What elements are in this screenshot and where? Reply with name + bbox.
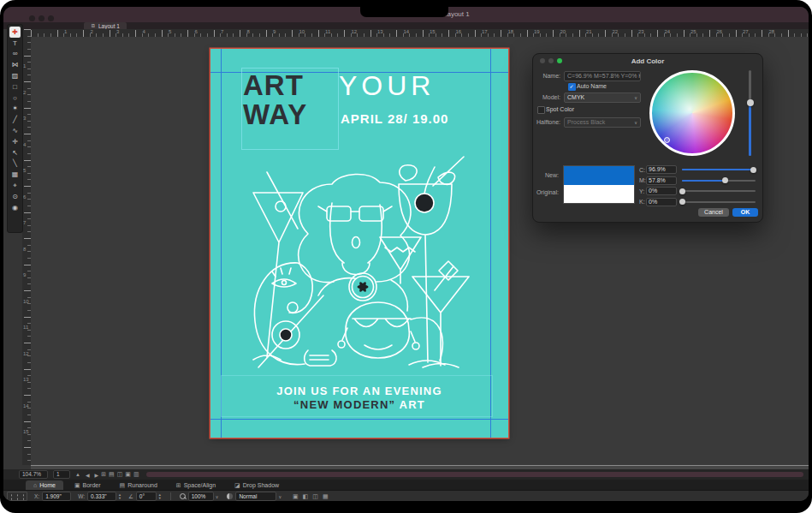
view-mode-icon[interactable]: ◫ (117, 471, 123, 478)
poster-page[interactable]: ART YOUR WAY APRIL 28/ 19.00 (210, 49, 508, 438)
channel-slider-handle[interactable] (679, 199, 685, 205)
measure-option-icon[interactable]: ▦ (323, 493, 329, 500)
angle-field[interactable]: 0° (136, 492, 157, 501)
halftone-value: Process Black (567, 119, 605, 125)
document-tab[interactable]: 🗎 Layout 1 (84, 22, 127, 29)
model-dropdown[interactable]: CMYK∨ (564, 92, 641, 103)
palette-tab[interactable]: ⌂ Home (26, 480, 63, 490)
tool-button[interactable]: ↖ (9, 147, 21, 158)
reference-point-proxy[interactable] (7, 492, 27, 501)
measure-icons-group: ▣◧◫▦ (288, 493, 329, 500)
angle-stepper[interactable]: ▲▼ (158, 493, 162, 499)
tool-button[interactable]: ∞ (9, 49, 21, 60)
channel-value-field[interactable]: 57.8% (646, 176, 677, 185)
tool-button[interactable]: T (9, 38, 21, 49)
color-wheel[interactable] (649, 70, 735, 156)
ruler-number: 15 (430, 29, 436, 34)
tool-button[interactable]: ◉ (9, 202, 21, 213)
page-popup-icon[interactable]: ▲ (75, 472, 80, 477)
tool-button[interactable]: ✶ (9, 104, 21, 115)
poster-illustration[interactable] (216, 152, 503, 376)
measure-option-icon[interactable]: ◫ (312, 493, 318, 500)
halftone-dropdown[interactable]: Process Black∨ (564, 117, 641, 128)
chevron-down-icon[interactable]: ∨ (216, 494, 219, 499)
ruler-number: 9 (23, 272, 26, 277)
tool-button[interactable]: ⊙ (9, 191, 21, 202)
window-controls[interactable] (29, 15, 54, 21)
poster-subtitle[interactable]: APRIL 28/ 19.00 (341, 112, 448, 125)
channel-slider[interactable] (682, 169, 756, 170)
view-zoom-field[interactable]: 104.7% (19, 470, 48, 479)
channel-value-field[interactable]: 0% (646, 187, 677, 195)
channel-slider-handle[interactable] (722, 177, 728, 183)
previous-page-icon[interactable]: ◀ (86, 472, 90, 478)
page-number-field[interactable]: 1 (53, 470, 70, 479)
tool-button[interactable]: ✚ (9, 27, 21, 38)
tool-button[interactable]: ▦ (9, 169, 21, 180)
horizontal-scrollbar-thumb[interactable] (146, 472, 803, 477)
tool-button[interactable]: ⋈ (9, 59, 21, 70)
tool-icon: ╲ (13, 159, 17, 167)
tool-button[interactable]: ○ (9, 92, 21, 104)
view-mode-icon[interactable]: ▤ (109, 471, 115, 478)
w-field[interactable]: 0.333" (87, 492, 116, 501)
tool-button[interactable]: ╲ (9, 158, 21, 170)
color-wheel-marker[interactable] (664, 137, 670, 143)
channel-value-field[interactable]: 96.9% (646, 165, 677, 174)
view-icons-group: ⊞▤◫▣▥ (98, 471, 139, 478)
poster-footer-line1[interactable]: JOIN US FOR AN EVENING (210, 385, 508, 397)
name-input[interactable]: C=96.9% M=57.8% Y=0% K=0% (564, 71, 641, 81)
measure-option-icon[interactable]: ◧ (303, 493, 309, 500)
channel-value-field[interactable]: 0% (646, 198, 677, 206)
channel-slider[interactable] (682, 180, 756, 182)
view-mode-icon[interactable]: ▣ (125, 471, 131, 478)
minimize-window-icon[interactable] (39, 15, 44, 21)
tool-button[interactable]: ✛ (9, 136, 21, 147)
channel-label: C: (639, 167, 646, 173)
palette-tab[interactable]: ◪ Drop Shadow (227, 480, 287, 490)
camera-notch (360, 7, 448, 17)
palette-tab[interactable]: ▣ Border (67, 480, 109, 490)
poster-footer-line2[interactable]: “NEW MODERN” ART (210, 398, 508, 411)
close-window-icon[interactable] (29, 15, 35, 21)
poster-title-way[interactable]: WAY (243, 100, 307, 128)
tool-icon: ↖ (12, 149, 18, 157)
palette-tab[interactable]: ▤ Runaround (112, 480, 165, 490)
chevron-down-icon[interactable]: ∨ (278, 494, 282, 499)
tool-icon: ⌖ (13, 182, 17, 190)
tool-button[interactable]: ⌖ (9, 180, 21, 191)
scale-dropdown[interactable]: 100% (188, 492, 214, 501)
palette-tab[interactable]: ⊞ Space/Align (169, 480, 223, 490)
document-tab-label: Layout 1 (98, 23, 120, 29)
brightness-slider[interactable] (749, 70, 751, 156)
blend-mode-dropdown[interactable]: Normal (235, 492, 276, 501)
cancel-button[interactable]: Cancel (698, 208, 729, 217)
spot-color-checkbox[interactable] (537, 106, 545, 114)
size-stepper[interactable]: ▲▼ (118, 493, 122, 499)
measure-option-icon[interactable]: ▣ (293, 493, 299, 500)
ruler-number: 3 (23, 116, 26, 121)
ruler-number: 1 (64, 29, 67, 34)
tool-button[interactable]: ∿ (9, 125, 21, 136)
poster-title-art[interactable]: ART (243, 71, 304, 99)
channel-slider[interactable] (682, 190, 756, 192)
view-mode-icon[interactable]: ⊞ (101, 471, 106, 478)
tool-button[interactable]: □ (9, 81, 21, 92)
channel-slider-handle[interactable] (679, 188, 685, 194)
tool-button[interactable]: ╱ (9, 114, 21, 125)
view-mode-icon[interactable]: ▥ (133, 471, 139, 478)
tool-button[interactable]: ▨ (9, 70, 21, 81)
zoom-window-icon[interactable] (48, 15, 54, 21)
palette-tab-icon: ▣ (74, 482, 80, 489)
channel-slider-handle[interactable] (750, 167, 756, 173)
channel-slider-fill (682, 169, 753, 170)
ok-button[interactable]: OK (732, 208, 758, 217)
original-color-swatch (564, 185, 634, 204)
document-tab-bar: ▤ 🗎 Layout 1 (3, 22, 809, 29)
tool-icon: ∞ (13, 50, 18, 57)
poster-title-your[interactable]: YOUR (339, 72, 435, 99)
x-field[interactable]: 1.909" (42, 492, 71, 501)
channel-slider[interactable] (682, 201, 756, 203)
brightness-slider-handle[interactable] (747, 99, 754, 106)
auto-name-checkbox[interactable] (568, 83, 576, 91)
